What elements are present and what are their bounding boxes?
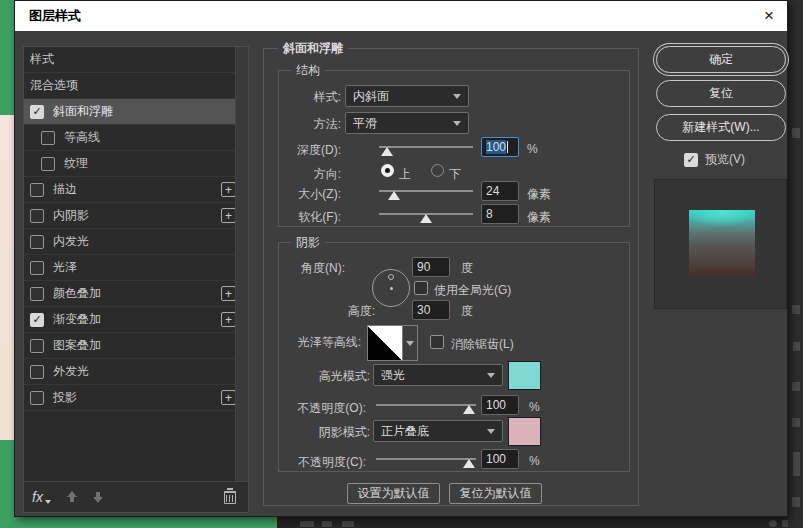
gloss-contour-dropdown[interactable]	[403, 325, 418, 361]
opacity-c-input[interactable]: 100	[481, 449, 519, 469]
checkbox-unchecked-icon[interactable]	[30, 261, 44, 275]
checkbox-unchecked-icon[interactable]	[30, 235, 44, 249]
slider-track[interactable]	[376, 404, 476, 406]
add-effect-icon[interactable]	[221, 390, 236, 405]
canvas-behind-green	[0, 517, 277, 528]
add-effect-icon[interactable]	[221, 286, 236, 301]
checkbox-unchecked-icon[interactable]	[41, 131, 55, 145]
highlight-color-swatch[interactable]	[508, 361, 541, 390]
ok-button[interactable]: 确定	[656, 46, 786, 73]
checkbox-unchecked-icon[interactable]	[30, 391, 44, 405]
style-dropdown[interactable]: 内斜面	[345, 85, 469, 107]
soften-unit: 像素	[527, 209, 551, 226]
sidebar-item-inner-shadow[interactable]: 内阴影	[24, 203, 248, 229]
sidebar-item-contour[interactable]: 等高线	[24, 125, 248, 151]
style-dropdown-value: 内斜面	[353, 88, 389, 105]
sidebar-item-satin[interactable]: 光泽	[24, 255, 248, 281]
antialias-checkbox[interactable]	[430, 335, 444, 349]
sidebar-item-texture[interactable]: 纹理	[24, 151, 248, 177]
move-effect-down-icon[interactable]	[93, 491, 103, 503]
sidebar-item-gradient-overlay[interactable]: 渐变叠加	[24, 307, 248, 333]
sidebar-item-drop-shadow[interactable]: 投影	[24, 385, 248, 411]
soften-input-value: 8	[486, 207, 493, 221]
slider-thumb[interactable]	[420, 214, 432, 223]
checkbox-checked-icon[interactable]	[30, 105, 44, 119]
method-dropdown[interactable]: 平滑	[345, 112, 469, 134]
move-effect-up-icon[interactable]	[67, 491, 77, 503]
sidebar-item-color-overlay[interactable]: 颜色叠加	[24, 281, 248, 307]
sidebar-item-pattern-overlay[interactable]: 图案叠加	[24, 333, 248, 359]
opacity-o-input[interactable]: 100	[481, 395, 519, 415]
direction-down-radio[interactable]	[431, 164, 444, 177]
new-style-button[interactable]: 新建样式(W)...	[656, 114, 786, 141]
opacity-c-label: 不透明度(C):	[279, 454, 366, 471]
soften-input[interactable]: 8	[481, 204, 519, 224]
reset-default-button[interactable]: 复位为默认值	[449, 483, 542, 504]
slider-track[interactable]	[376, 458, 476, 460]
style-list: 样式 混合选项 斜面和浮雕 等高线 纹理	[24, 47, 248, 482]
delete-effect-icon[interactable]	[224, 491, 236, 504]
screen: 图层样式 × 样式 混合选项 斜面和浮雕 等高线	[0, 0, 803, 528]
slider-thumb[interactable]	[463, 459, 475, 468]
altitude-input-value: 30	[417, 303, 430, 317]
global-light-label: 使用全局光(G)	[434, 282, 511, 299]
sidebar-item-inner-glow[interactable]: 内发光	[24, 229, 248, 255]
size-label: 大小(Z):	[279, 186, 341, 203]
preview-checkbox[interactable]	[684, 153, 698, 167]
set-default-button[interactable]: 设置为默认值	[347, 483, 440, 504]
depth-input[interactable]: 100	[481, 137, 519, 157]
checkbox-unchecked-icon[interactable]	[30, 209, 44, 223]
highlight-mode-label: 高光模式:	[279, 368, 370, 385]
sidebar-item-stroke[interactable]: 描边	[24, 177, 248, 203]
opacity-o-slider[interactable]	[376, 398, 476, 414]
slider-thumb[interactable]	[388, 191, 400, 200]
panel-title: 斜面和浮雕	[278, 40, 348, 57]
checkbox-unchecked-icon[interactable]	[30, 287, 44, 301]
gloss-contour-thumbnail[interactable]	[367, 325, 403, 361]
shadow-color-swatch[interactable]	[508, 417, 541, 446]
dialog-title: 图层样式	[29, 7, 81, 25]
highlight-mode-dropdown[interactable]: 强光	[373, 364, 503, 386]
reset-button[interactable]: 复位	[656, 80, 786, 107]
shading-group: 阴影 角度(N): 90 度 使用全局光(G) 高度: 30 度 光泽等高线:	[278, 242, 630, 472]
sidebar-item-label: 样式	[30, 51, 54, 68]
add-effect-icon[interactable]	[221, 182, 236, 197]
depth-slider[interactable]	[379, 140, 473, 156]
sidebar-item-label: 纹理	[64, 155, 88, 172]
size-input[interactable]: 24	[481, 181, 519, 201]
checkbox-unchecked-icon[interactable]	[41, 157, 55, 171]
checkbox-unchecked-icon[interactable]	[30, 339, 44, 353]
shadow-mode-dropdown[interactable]: 正片叠底	[373, 420, 503, 442]
sidebar-item-label: 外发光	[53, 363, 89, 380]
sidebar-scrollbar[interactable]	[235, 47, 248, 482]
direction-up-radio[interactable]	[381, 164, 394, 177]
style-list-panel: 样式 混合选项 斜面和浮雕 等高线 纹理	[23, 46, 249, 513]
global-light-checkbox[interactable]	[414, 281, 428, 295]
soften-slider[interactable]	[379, 207, 473, 223]
checkbox-checked-icon[interactable]	[30, 313, 44, 327]
slider-thumb[interactable]	[381, 147, 393, 156]
close-icon[interactable]: ×	[757, 4, 781, 28]
size-slider[interactable]	[379, 184, 473, 200]
altitude-unit: 度	[461, 303, 473, 320]
add-effect-icon[interactable]	[221, 312, 236, 327]
checkbox-unchecked-icon[interactable]	[30, 365, 44, 379]
sidebar-item-label: 混合选项	[30, 77, 78, 94]
sidebar-item-blending-options[interactable]: 混合选项	[24, 73, 248, 99]
sidebar-item-styles[interactable]: 样式	[24, 47, 248, 73]
slider-thumb[interactable]	[463, 405, 475, 414]
sidebar-item-bevel-emboss[interactable]: 斜面和浮雕	[24, 99, 248, 125]
opacity-c-slider[interactable]	[376, 452, 476, 468]
soften-label: 软化(F):	[279, 209, 341, 226]
altitude-input[interactable]: 30	[412, 300, 450, 320]
fx-menu-button[interactable]: fx	[32, 489, 51, 505]
checkbox-unchecked-icon[interactable]	[30, 183, 44, 197]
sidebar-item-outer-glow[interactable]: 外发光	[24, 359, 248, 385]
sidebar-footer: fx	[24, 481, 248, 512]
angle-input[interactable]: 90	[412, 257, 450, 277]
add-effect-icon[interactable]	[221, 208, 236, 223]
angle-dial[interactable]	[372, 269, 410, 307]
chevron-down-icon	[487, 373, 495, 378]
sidebar-item-label: 图案叠加	[53, 337, 101, 354]
sidebar-item-label: 等高线	[64, 129, 100, 146]
